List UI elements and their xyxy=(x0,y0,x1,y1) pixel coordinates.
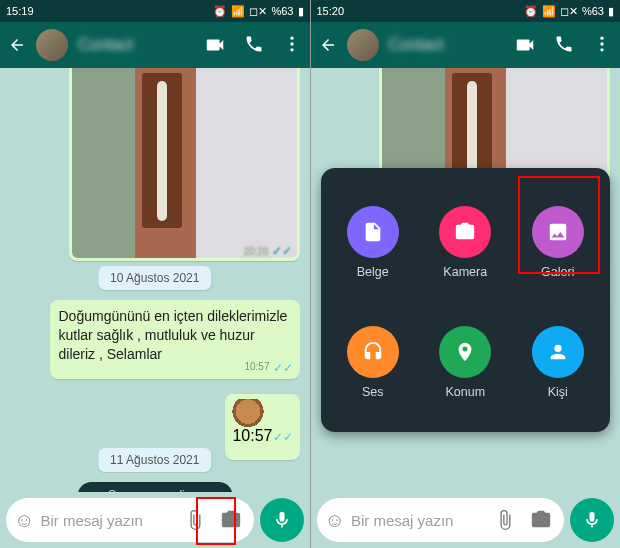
chat-area: 20:26✓✓ 10 Ağustos 2021 Doğumgününü en i… xyxy=(0,68,310,492)
person-icon xyxy=(532,326,584,378)
image-message[interactable]: 20:26✓✓ xyxy=(69,68,300,261)
attach-label: Belge xyxy=(357,265,389,279)
chat-area: 20:26✓✓ 10 Ağustos 2021 Doğumgününü en i… xyxy=(311,68,621,492)
camera-icon[interactable] xyxy=(216,509,246,531)
attach-label: Ses xyxy=(362,385,384,399)
chat-header: Contact xyxy=(0,22,310,68)
more-icon[interactable] xyxy=(282,34,302,56)
missed-call-text: Cevapsız sesli arama: 20:10 xyxy=(107,488,220,492)
voice-call-icon[interactable] xyxy=(554,34,574,56)
attachment-icon[interactable] xyxy=(490,509,520,531)
more-icon[interactable] xyxy=(592,34,612,56)
input-placeholder: Bir mesaj yazın xyxy=(351,512,484,529)
status-bar: 15:19 ⏰ 📶 ◻✕ %63 ▮ xyxy=(0,0,310,22)
read-ticks-icon: ✓✓ xyxy=(273,430,293,444)
contact-name[interactable]: Contact xyxy=(78,36,194,54)
attach-contact[interactable]: Kişi xyxy=(512,302,605,422)
message-time: 20:26 xyxy=(243,246,268,257)
status-bar: 15:20 ⏰ 📶 ◻✕ %63 ▮ xyxy=(311,0,621,22)
svg-point-0 xyxy=(290,37,293,40)
svg-point-1 xyxy=(290,42,293,45)
battery-icon: ▮ xyxy=(608,5,614,18)
contact-name[interactable]: Contact xyxy=(389,36,505,54)
no-sim-icon: ◻✕ xyxy=(560,5,578,18)
svg-point-5 xyxy=(600,48,603,51)
read-ticks-icon: ✓✓ xyxy=(272,244,292,258)
cake-sticker-icon xyxy=(232,399,264,427)
avatar[interactable] xyxy=(36,29,68,61)
mic-button[interactable] xyxy=(260,498,304,542)
phone-right: 15:20 ⏰ 📶 ◻✕ %63 ▮ Contact 20:26✓✓ xyxy=(310,0,621,548)
battery-icon: ▮ xyxy=(298,5,304,18)
battery-text: %63 xyxy=(271,5,293,17)
sticker-message[interactable]: 10:57✓✓ xyxy=(225,394,299,460)
attach-document[interactable]: Belge xyxy=(327,182,420,302)
signal-icon: 📶 xyxy=(231,5,245,18)
battery-text: %63 xyxy=(582,5,604,17)
back-arrow-icon[interactable] xyxy=(8,36,26,54)
status-time: 15:20 xyxy=(317,5,345,17)
no-sim-icon: ◻✕ xyxy=(249,5,267,18)
camera-icon[interactable] xyxy=(526,509,556,531)
video-call-icon[interactable] xyxy=(204,34,226,56)
chat-header: Contact xyxy=(311,22,621,68)
location-icon xyxy=(439,326,491,378)
missed-call-chip[interactable]: ✕ Cevapsız sesli arama: 20:10 xyxy=(77,482,232,492)
read-ticks-icon: ✓✓ xyxy=(273,360,293,376)
svg-point-4 xyxy=(600,42,603,45)
input-placeholder: Bir mesaj yazın xyxy=(40,512,173,529)
date-chip: 11 Ağustos 2021 xyxy=(98,448,211,472)
emoji-icon[interactable]: ☺ xyxy=(325,509,345,532)
mic-button[interactable] xyxy=(570,498,614,542)
status-time: 15:19 xyxy=(6,5,34,17)
alarm-icon: ⏰ xyxy=(524,5,538,18)
headphones-icon xyxy=(347,326,399,378)
attach-gallery[interactable]: Galeri xyxy=(512,182,605,302)
attach-label: Galeri xyxy=(541,265,574,279)
emoji-icon[interactable]: ☺ xyxy=(14,509,34,532)
message-time: 10:57 xyxy=(244,360,269,376)
voice-call-icon[interactable] xyxy=(244,34,264,56)
attach-label: Konum xyxy=(445,385,485,399)
message-input[interactable]: ☺ Bir mesaj yazın xyxy=(6,498,254,542)
thermometer-photo xyxy=(72,68,297,258)
gallery-icon xyxy=(532,206,584,258)
message-text: Doğumgününü en içten dileklerimizle kutl… xyxy=(59,308,288,362)
video-call-icon[interactable] xyxy=(514,34,536,56)
input-bar: ☺ Bir mesaj yazın xyxy=(317,498,615,542)
signal-icon: 📶 xyxy=(542,5,556,18)
back-arrow-icon[interactable] xyxy=(319,36,337,54)
attach-camera[interactable]: Kamera xyxy=(419,182,512,302)
input-bar: ☺ Bir mesaj yazın xyxy=(6,498,304,542)
phone-left: 15:19 ⏰ 📶 ◻✕ %63 ▮ Contact xyxy=(0,0,310,548)
svg-point-2 xyxy=(290,48,293,51)
attach-location[interactable]: Konum xyxy=(419,302,512,422)
attach-label: Kamera xyxy=(443,265,487,279)
outgoing-message[interactable]: Doğumgününü en içten dileklerimizle kutl… xyxy=(50,300,300,379)
attach-label: Kişi xyxy=(548,385,568,399)
svg-point-3 xyxy=(600,37,603,40)
message-time: 10:57 xyxy=(232,427,272,444)
attachment-popup: Belge Kamera Galeri Ses Konum xyxy=(321,168,611,432)
avatar[interactable] xyxy=(347,29,379,61)
date-chip: 10 Ağustos 2021 xyxy=(98,266,211,290)
message-input[interactable]: ☺ Bir mesaj yazın xyxy=(317,498,565,542)
attachment-icon[interactable] xyxy=(180,509,210,531)
camera-icon xyxy=(439,206,491,258)
document-icon xyxy=(347,206,399,258)
attach-audio[interactable]: Ses xyxy=(327,302,420,422)
alarm-icon: ⏰ xyxy=(213,5,227,18)
